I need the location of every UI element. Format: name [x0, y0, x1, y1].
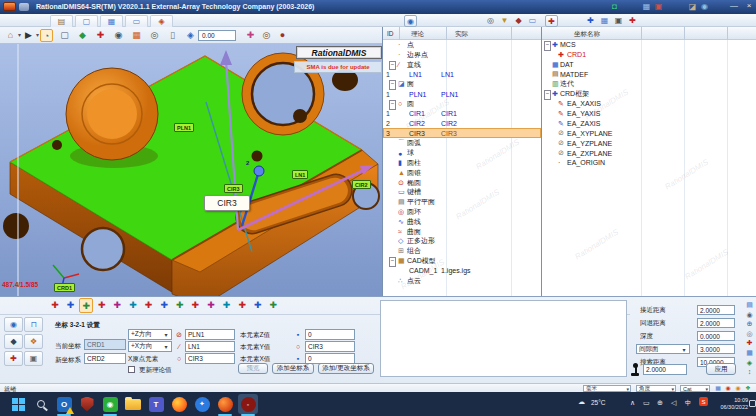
network-icon[interactable]: ⊕ — [657, 399, 663, 416]
feature-label-cir3[interactable]: CIR3 — [224, 184, 243, 193]
record-icon[interactable]: ◉ — [724, 385, 732, 392]
report-icon[interactable]: ▤ — [744, 300, 755, 310]
ime-language[interactable]: 中 — [685, 399, 692, 416]
tray-expand-caret[interactable]: ∧ — [630, 399, 635, 416]
tree-row-ellipse[interactable]: ⊙椭圆 — [383, 178, 541, 188]
snap-tolerance-input[interactable]: 0.00 — [198, 30, 236, 41]
col-id[interactable]: ID — [387, 30, 394, 37]
add-axis-icon[interactable]: ✚ — [584, 15, 597, 27]
alignment-method-icon-13[interactable]: ✚ — [235, 298, 249, 313]
taskbar-clock[interactable]: 10:09 06/30/2022 — [712, 397, 748, 411]
alignment-method-icon-3[interactable]: ✚ — [79, 298, 93, 313]
axes-icon[interactable]: ✚ — [744, 338, 755, 348]
firefox-icon[interactable] — [169, 394, 189, 414]
add-update-coord-button[interactable]: 添加/更改坐标系 — [318, 363, 374, 374]
coord-row-ea-origin[interactable]: ·EA_ORIGIN — [542, 158, 756, 168]
monitor-icon[interactable]: ▭ — [526, 15, 539, 27]
axes-icon[interactable]: ✚ — [4, 351, 23, 366]
tree-row-cone[interactable]: ▲圆锥 — [383, 168, 541, 178]
feature-input-1[interactable]: PLN1 — [185, 329, 235, 340]
tree-row-torus[interactable]: ◎圆环 — [383, 207, 541, 217]
colormap-icon[interactable]: ▦ — [130, 29, 143, 42]
param-input-2[interactable]: 2.0000 — [697, 318, 735, 328]
orbit-rotate-icon[interactable]: ◔ — [40, 29, 53, 42]
quick-menu-icon[interactable] — [19, 3, 29, 11]
coord-row-ea-xyplane[interactable]: ⊘EA_XYPLANE — [542, 128, 756, 138]
apply-button[interactable]: 应用 — [706, 363, 736, 375]
probe-icon[interactable]: ◉ — [4, 317, 23, 332]
probe-tool-icon[interactable]: ◎ — [148, 29, 161, 42]
probe-icon[interactable]: ◉ — [744, 310, 755, 320]
gem-icon[interactable]: ◈ — [744, 358, 755, 368]
new-coord-input[interactable]: CRD2 — [84, 353, 126, 364]
value-input-2[interactable]: CIR3 — [305, 341, 355, 352]
add-table-icon[interactable]: ▦ — [598, 15, 611, 27]
tree-row-pln1[interactable]: 1PLN1PLN1 — [383, 89, 541, 99]
tree-row-plane[interactable]: −◪面 — [383, 79, 541, 89]
feature-input-3[interactable]: CIR3 — [185, 353, 235, 364]
tree-row-point-cloud[interactable]: ∴点云 — [383, 276, 541, 286]
tree-row-point[interactable]: ·点 — [383, 40, 541, 50]
viewport-left-splitter[interactable] — [17, 44, 19, 296]
grid-icon[interactable]: ▦ — [744, 348, 755, 358]
current-coord-input[interactable]: CRD1 — [84, 339, 126, 350]
alignment-method-icon-14[interactable]: ✚ — [251, 298, 265, 313]
clearance-plane-dropdown[interactable]: 间隙面▾ — [636, 344, 690, 354]
zoom-icon[interactable]: ⊕ — [744, 319, 755, 329]
alignment-method-icon-10[interactable]: ✚ — [188, 298, 202, 313]
gamepad-icon[interactable]: ◘ — [608, 1, 621, 12]
security-shield-icon[interactable] — [77, 394, 97, 414]
coord-row-ea-zxplane[interactable]: ⊘EA_ZXPLANE — [542, 148, 756, 158]
move-cross-icon[interactable]: ✚ — [244, 29, 257, 42]
tab-monitor[interactable]: ▭ — [125, 15, 148, 27]
coord-row-dat[interactable]: ▦DAT — [542, 60, 756, 70]
feature-label-crd1[interactable]: CRD1 — [54, 283, 75, 292]
axes-icon[interactable]: ✚ — [94, 29, 107, 42]
gem-icon[interactable]: ❖ — [744, 385, 752, 392]
tree-row-cir1[interactable]: 1CIR1CIR1 — [383, 109, 541, 119]
trash-icon[interactable]: ▯ — [166, 29, 179, 42]
value-input-1[interactable]: 0 — [305, 329, 355, 340]
coord-row-ea-yaxis[interactable]: ✎EA_YAXIS — [542, 109, 756, 119]
alignment-method-icon-6[interactable]: ✚ — [126, 298, 140, 313]
camera-icon[interactable]: ▣ — [612, 15, 625, 27]
search-button[interactable] — [31, 394, 51, 414]
device-icon[interactable]: ▭ — [643, 399, 650, 416]
red-app-icon[interactable]: ◦ — [238, 394, 258, 414]
coord-row-crd-frame[interactable]: −✚CRD框架 — [542, 89, 756, 99]
cmm-bridge-icon[interactable]: ⊓ — [24, 317, 43, 332]
direction-select-1[interactable]: +Z方向▾ — [128, 329, 172, 340]
add-coord-button[interactable]: 添加坐标系 — [272, 363, 314, 374]
controller-icon[interactable]: ▣ — [24, 351, 43, 366]
direction-select-2[interactable]: +X方向▾ — [128, 341, 172, 352]
import-cube-icon[interactable]: ◆ — [76, 29, 89, 42]
grid-icon[interactable]: ▦ — [714, 385, 722, 392]
feature-label-pln1[interactable]: PLN1 — [174, 123, 194, 132]
result-list-area[interactable] — [380, 300, 627, 377]
csys-tab-icon[interactable]: ✚ — [545, 15, 558, 27]
tree-row-cad-model[interactable]: −▦CAD模型 — [383, 256, 541, 266]
param-input-1[interactable]: 2.0000 — [697, 305, 735, 315]
coord-row-matdef[interactable]: ▤MATDEF — [542, 69, 756, 79]
blind-hole-4[interactable] — [52, 140, 62, 150]
probe-build-icon[interactable]: ◎ — [260, 29, 273, 42]
marquee-select-icon[interactable]: ▢ — [58, 29, 71, 42]
search-tool-icon[interactable]: ◉ — [698, 1, 711, 12]
tab-probe[interactable]: ▤ — [50, 15, 73, 27]
coord-row-mcs[interactable]: −✚MCS — [542, 40, 756, 50]
tree-row-cir3[interactable]: 3CIR3CIR3 — [383, 128, 541, 138]
target-icon[interactable]: ◎ — [744, 329, 755, 339]
orange-ball-app-icon[interactable] — [215, 394, 235, 414]
coord-row-crd1[interactable]: ✚CRD1 — [542, 50, 756, 60]
tree-row-surface[interactable]: ≈曲面 — [383, 227, 541, 237]
start-button[interactable] — [8, 394, 28, 414]
alignment-method-icon-2[interactable]: ✚ — [64, 298, 78, 313]
col-theoretical[interactable]: 理论 — [411, 30, 424, 39]
tab-document[interactable]: ▢ — [75, 15, 98, 27]
dot-icon[interactable]: ◉ — [734, 385, 742, 392]
tree-row-curve[interactable]: ∿曲线 — [383, 217, 541, 227]
eye-icon[interactable]: ◎ — [484, 15, 497, 27]
probe-ball[interactable] — [254, 166, 264, 176]
tree-row-line[interactable]: −∕直线 — [383, 60, 541, 70]
alignment-method-icon-11[interactable]: ✚ — [204, 298, 218, 313]
